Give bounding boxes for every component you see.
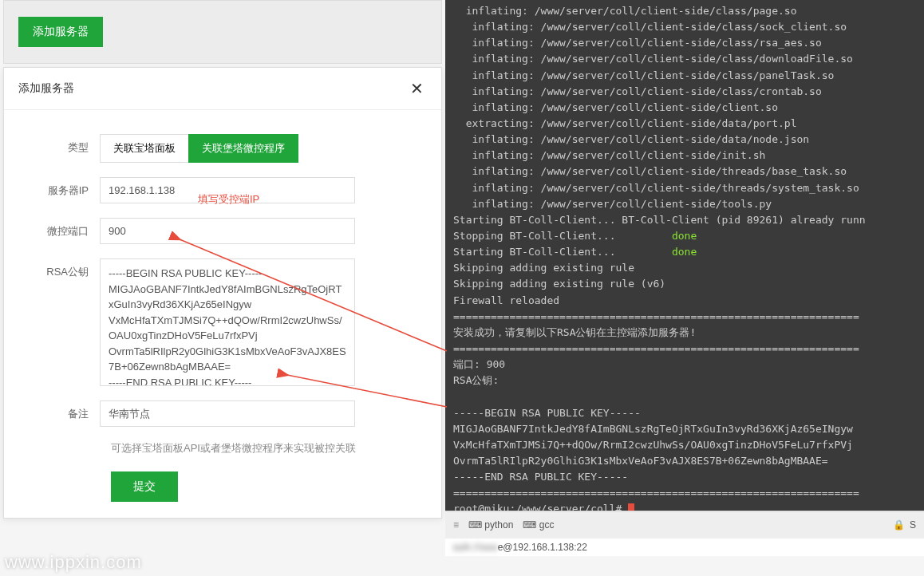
close-icon[interactable]: ✕	[407, 79, 427, 98]
add-server-button[interactable]: 添加服务器	[18, 17, 103, 47]
watermark: www.ippxin.com	[5, 552, 142, 573]
type-label: 类型	[36, 134, 100, 155]
terminal-cursor	[628, 503, 634, 511]
top-bar: 添加服务器	[3, 0, 442, 64]
remark-label: 备注	[36, 400, 100, 421]
submit-button[interactable]: 提交	[111, 471, 178, 502]
menu-icon[interactable]: ≡	[453, 519, 459, 531]
modal-title: 添加服务器	[18, 81, 74, 96]
host-text: e@192.168.1.138:22	[498, 542, 587, 553]
terminal-status-bar: ≡ ⌨ python ⌨ gcc 🔒 S	[445, 511, 924, 539]
rsa-textarea[interactable]	[100, 258, 355, 386]
lock-icon: 🔒	[893, 519, 905, 531]
rsa-label: RSA公钥	[36, 258, 100, 279]
tab-panel[interactable]: 关联宝塔面板	[100, 134, 188, 163]
add-server-modal: 添加服务器 ✕ 类型 关联宝塔面板 关联堡塔微控程序 服务器IP 微控端口 RS…	[3, 67, 442, 519]
status-right-text: S	[910, 519, 916, 531]
ip-hint-text: 填写受控端IP	[198, 192, 259, 207]
help-text: 可选择宝塔面板API或者堡塔微控程序来实现被控关联	[111, 441, 409, 456]
terminal-output[interactable]: inflating: /www/server/coll/client-side/…	[445, 0, 924, 511]
port-label: 微控端口	[36, 218, 100, 239]
blurred-text: ssh://xxx	[453, 542, 498, 553]
server-ip-label: 服务器IP	[36, 177, 100, 198]
tab-micro[interactable]: 关联堡塔微控程序	[188, 134, 298, 163]
status-python[interactable]: ⌨ python	[468, 519, 513, 531]
connection-bar: ssh://xxx e@192.168.1.138:22	[445, 539, 924, 556]
status-gcc[interactable]: ⌨ gcc	[523, 519, 554, 531]
port-input[interactable]	[100, 218, 355, 244]
remark-input[interactable]	[100, 400, 355, 427]
